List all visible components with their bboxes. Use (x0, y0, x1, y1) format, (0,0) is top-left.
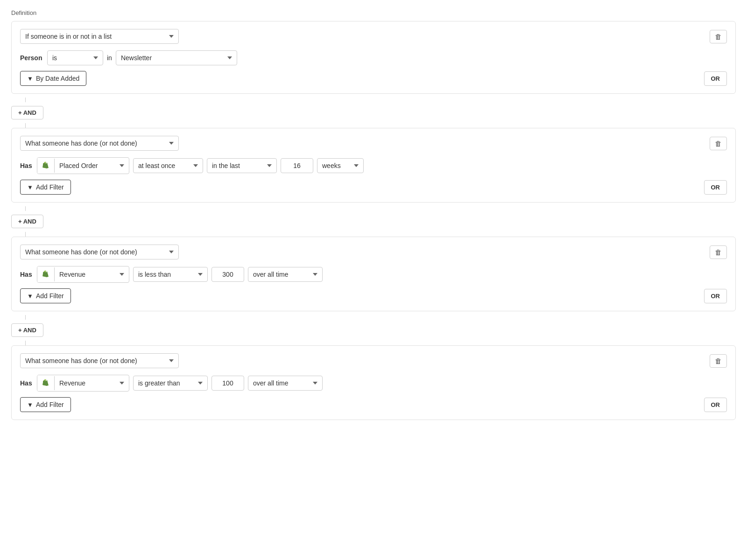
block2-period-select[interactable]: weeks days months (317, 158, 364, 173)
block2-has-label: Has (20, 162, 33, 169)
block3-top-row: What someone has done (or not done) If s… (20, 245, 727, 259)
block2-or-button[interactable]: OR (704, 180, 727, 195)
block4-bottom-row: ▼ Add Filter OR (20, 397, 727, 412)
block1-person-is-select[interactable]: is is not (47, 50, 103, 65)
block3-main-select[interactable]: What someone has done (or not done) If s… (20, 245, 179, 259)
block3-time-select[interactable]: over all time in the last before after (248, 267, 323, 282)
block4-condition-select[interactable]: is greater than is less than equals is b… (133, 376, 208, 391)
and-connector-1: + AND (11, 98, 736, 128)
connector-line-1b (25, 123, 26, 128)
definition-label: Definition (11, 9, 736, 16)
block2-time-select[interactable]: in the last over all time before after (207, 158, 277, 173)
block4-delete-button[interactable]: 🗑 (710, 354, 727, 368)
block1-in-label: in (107, 54, 112, 62)
definition-section: Definition If someone is in or not in a … (11, 9, 736, 420)
block3-condition-row: Has Revenue Placed Order Viewed Product … (20, 266, 727, 283)
block4-event-wrapper: Revenue Placed Order Viewed Product Clic… (37, 375, 129, 392)
and-button-3[interactable]: + AND (11, 323, 43, 337)
block3-has-label: Has (20, 271, 33, 278)
filter-icon-2: ▼ (27, 184, 33, 191)
block4-number-input[interactable] (211, 376, 244, 391)
condition-block-1: If someone is in or not in a list What s… (11, 21, 736, 94)
block1-or-button[interactable]: OR (704, 71, 727, 86)
and-connector-2: + AND (11, 206, 736, 237)
block3-condition-select[interactable]: is less than is greater than equals is b… (133, 267, 208, 282)
shopify-icon-4 (37, 375, 54, 391)
shopify-icon-2 (37, 158, 54, 174)
block4-add-filter-label: Add Filter (36, 401, 64, 408)
block3-event-select[interactable]: Revenue Placed Order Viewed Product Clic… (54, 267, 129, 281)
connector-line-3b (25, 341, 26, 345)
block2-number-input[interactable] (281, 158, 313, 173)
connector-line-1 (25, 98, 26, 102)
block2-event-wrapper: Placed Order Revenue Viewed Product Clic… (37, 157, 129, 174)
block1-condition-row: Person is is not in Newsletter VIP Subsc… (20, 50, 727, 65)
block2-add-filter-label: Add Filter (36, 183, 64, 191)
block3-add-filter-button[interactable]: ▼ Add Filter (20, 288, 71, 303)
and-connector-3: + AND (11, 315, 736, 345)
filter-icon-3: ▼ (27, 293, 33, 300)
block2-top-row: What someone has done (or not done) If s… (20, 136, 727, 151)
person-label: Person (20, 54, 43, 62)
block2-frequency-select[interactable]: at least once zero times exactly at leas… (133, 158, 203, 173)
block4-or-button[interactable]: OR (704, 398, 727, 412)
block1-main-select[interactable]: If someone is in or not in a list What s… (20, 29, 179, 44)
connector-line-2b (25, 232, 26, 237)
block3-number-input[interactable] (211, 267, 244, 282)
block3-or-button[interactable]: OR (704, 289, 727, 303)
block1-list-select[interactable]: Newsletter VIP Subscribers (116, 50, 237, 65)
block4-time-select[interactable]: over all time in the last before after (248, 376, 323, 391)
block1-by-date-button[interactable]: ▼ By Date Added (20, 71, 86, 86)
condition-block-2: What someone has done (or not done) If s… (11, 128, 736, 203)
block2-condition-row: Has Placed Order Revenue Viewed Product … (20, 157, 727, 174)
block1-delete-button[interactable]: 🗑 (710, 30, 727, 43)
block2-delete-button[interactable]: 🗑 (710, 137, 727, 150)
block4-add-filter-button[interactable]: ▼ Add Filter (20, 397, 71, 412)
block2-event-select[interactable]: Placed Order Revenue Viewed Product Clic… (54, 159, 129, 173)
block3-bottom-row: ▼ Add Filter OR (20, 288, 727, 303)
condition-block-4: What someone has done (or not done) If s… (11, 345, 736, 420)
connector-line-3 (25, 315, 26, 320)
shopify-icon-3 (37, 266, 54, 282)
block3-delete-button[interactable]: 🗑 (710, 245, 727, 259)
block4-top-row: What someone has done (or not done) If s… (20, 353, 727, 368)
and-button-2[interactable]: + AND (11, 215, 43, 228)
block4-has-label: Has (20, 379, 33, 387)
condition-block-3: What someone has done (or not done) If s… (11, 237, 736, 311)
filter-icon-4: ▼ (27, 401, 33, 408)
block2-main-select[interactable]: What someone has done (or not done) If s… (20, 136, 179, 151)
filter-icon: ▼ (27, 75, 33, 82)
block4-event-select[interactable]: Revenue Placed Order Viewed Product Clic… (54, 376, 129, 390)
connector-line-2 (25, 206, 26, 211)
block4-condition-row: Has Revenue Placed Order Viewed Product … (20, 375, 727, 392)
block4-main-select[interactable]: What someone has done (or not done) If s… (20, 353, 179, 368)
block2-add-filter-button[interactable]: ▼ Add Filter (20, 180, 71, 195)
block3-add-filter-label: Add Filter (36, 292, 64, 300)
block2-bottom-row: ▼ Add Filter OR (20, 180, 727, 195)
block1-bottom-row: ▼ By Date Added OR (20, 71, 727, 86)
block3-event-wrapper: Revenue Placed Order Viewed Product Clic… (37, 266, 129, 283)
and-button-1[interactable]: + AND (11, 106, 43, 119)
block1-top-row: If someone is in or not in a list What s… (20, 29, 727, 44)
by-date-label: By Date Added (36, 75, 79, 82)
